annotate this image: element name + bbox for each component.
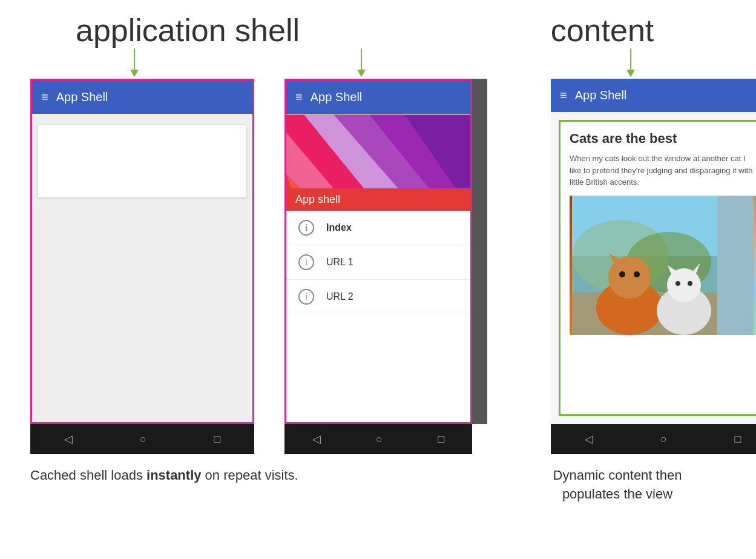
- phone3-home-icon: ○: [660, 433, 667, 446]
- phone2-appbar: ≡ App Shell: [286, 81, 470, 114]
- info-icon-url1: i: [298, 254, 314, 270]
- phones-row: ≡ App Shell ◁ ○ □ ≡ App Shell: [0, 79, 756, 454]
- phone3-title: App Shell: [575, 88, 627, 102]
- phone3: ≡ App Shell Cats are the best When my ca…: [551, 79, 756, 454]
- svg-point-26: [688, 281, 692, 286]
- bottom-left-post: on repeat visits.: [201, 468, 298, 483]
- phone1: ≡ App Shell ◁ ○ □: [30, 79, 254, 454]
- phone3-recent-icon: □: [734, 433, 741, 446]
- bottom-left-bold: instantly: [146, 468, 201, 483]
- info-icon-url2: i: [298, 289, 314, 305]
- phone2-hamburger-icon: ≡: [295, 90, 301, 104]
- app-shell-label: application shell: [18, 12, 357, 48]
- content-label: content: [496, 12, 708, 48]
- content-desc: When my cats look out the window at anot…: [570, 153, 756, 188]
- list-label-url1: URL 1: [326, 257, 353, 268]
- phone3-hamburger-icon: ≡: [560, 88, 566, 102]
- list-label-url2: URL 2: [326, 291, 353, 302]
- phone1-recent-icon: □: [214, 433, 220, 446]
- list-item-url2[interactable]: i URL 2: [286, 280, 470, 314]
- arrow-left-1: [130, 48, 139, 77]
- phone3-body: Cats are the best When my cats look out …: [551, 112, 756, 424]
- list-label-index: Index: [326, 222, 352, 233]
- phone2-navbar: ◁ ○ □: [284, 424, 472, 454]
- phone1-back-icon: ◁: [64, 432, 73, 446]
- bottom-text-row: Cached shell loads instantly on repeat v…: [0, 466, 756, 504]
- page-container: application shell content ≡ App Shell: [0, 0, 756, 559]
- content-card: Cats are the best When my cats look out …: [559, 120, 756, 416]
- phone1-placeholder: [38, 125, 246, 197]
- labels-row: application shell content: [0, 0, 756, 48]
- content-title: Cats are the best: [570, 131, 756, 147]
- svg-point-25: [675, 281, 680, 286]
- phone1-navbar: ◁ ○ □: [30, 424, 254, 454]
- phone1-title: App Shell: [56, 90, 108, 104]
- cat-image: [570, 196, 756, 335]
- svg-rect-10: [717, 196, 754, 335]
- phone1-home-icon: ○: [140, 433, 146, 446]
- phone2-screen: ≡ App Shell: [284, 79, 472, 424]
- arrow-left-2: [357, 48, 366, 77]
- phone2-colorful-top: App shell: [286, 114, 470, 211]
- list-item-index[interactable]: i Index: [286, 211, 470, 245]
- arrow-content: [626, 48, 635, 77]
- bottom-text-left: Cached shell loads instantly on repeat v…: [30, 466, 454, 504]
- phone1-appbar: ≡ App Shell: [32, 81, 252, 114]
- bottom-left-pre: Cached shell loads: [30, 468, 146, 483]
- svg-point-20: [634, 271, 640, 277]
- phone2-title: App Shell: [311, 90, 363, 104]
- phone2-recent-icon: □: [438, 433, 444, 446]
- phone1-hamburger-icon: ≡: [41, 90, 47, 104]
- phone3-back-icon: ◁: [585, 432, 593, 446]
- info-icon-index: i: [298, 220, 314, 236]
- phone2-back-icon: ◁: [312, 432, 321, 446]
- phone2-wrapper: ≡ App Shell: [284, 79, 472, 454]
- phone3-navbar: ◁ ○ □: [551, 424, 756, 454]
- phone1-body: [32, 114, 252, 422]
- svg-point-19: [619, 271, 625, 277]
- phone3-appbar: ≡ App Shell: [551, 79, 756, 112]
- cat-svg: [570, 196, 756, 335]
- list-item-url1[interactable]: i URL 1: [286, 245, 470, 280]
- phone2-overlay-label: App shell: [286, 188, 470, 211]
- phone1-screen: ≡ App Shell: [30, 79, 254, 424]
- phone3-screen: ≡ App Shell Cats are the best When my ca…: [551, 79, 756, 424]
- phone2-home-icon: ○: [376, 433, 383, 446]
- bottom-text-right: Dynamic content then populates the view: [527, 466, 708, 504]
- phone2-list: i Index i URL 1 i URL 2: [286, 211, 470, 422]
